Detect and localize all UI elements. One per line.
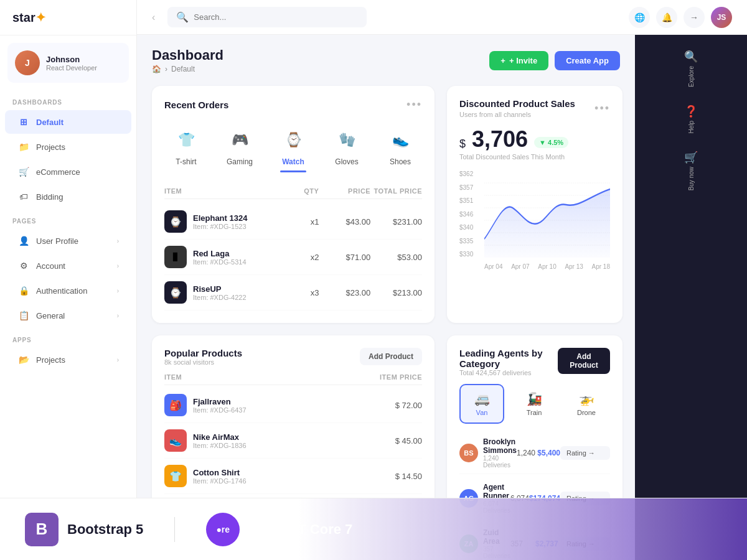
buy-now-panel-item[interactable]: 🛒 Buy now: [635, 142, 747, 199]
tab-shoes[interactable]: 👟 Shoes: [378, 121, 422, 171]
add-product-button[interactable]: Add Product: [360, 348, 422, 365]
sidebar-item-label: User Profile: [36, 236, 111, 246]
tab-tshirt[interactable]: 👕 T-shirt: [164, 121, 208, 171]
invite-label: + Invite: [509, 56, 537, 65]
item-info: ⌚ RiseUP Item: #XDG-4222: [164, 281, 268, 304]
notification-button[interactable]: 🔔: [656, 7, 677, 28]
sidebar-item-label: Default: [36, 118, 119, 127]
van-icon: 🚐: [474, 391, 490, 406]
tab-drone[interactable]: 🚁 Drone: [564, 384, 609, 424]
collapse-button[interactable]: ‹: [152, 12, 155, 23]
tab-train[interactable]: 🚂 Train: [512, 384, 557, 424]
content-inner: Dashboard 🏠 › Default + + Invite Create …: [137, 35, 635, 560]
arrow-button[interactable]: →: [684, 7, 705, 28]
products-table-header: ITEM ITEM PRICE: [164, 370, 422, 385]
sidebar-item-user-profile[interactable]: 👤 User Profile ›: [5, 229, 131, 253]
sidebar-item-default[interactable]: ⊞ Default: [5, 110, 131, 134]
sidebar-item-label: Projects: [36, 355, 111, 365]
tab-watch[interactable]: ⌚ Watch: [271, 121, 315, 171]
sidebar-item-authentication[interactable]: 🔒 Authentication ›: [5, 279, 131, 302]
breadcrumb-current: Default: [171, 65, 195, 73]
ecommerce-icon: 🛒: [17, 166, 30, 178]
product-icon: 👕: [164, 465, 187, 487]
table-row: ⌚ RiseUP Item: #XDG-4222 x3 $23.00 $213.…: [164, 275, 422, 310]
sidebar-item-label: General: [36, 311, 111, 320]
explore-label: Explore: [688, 66, 695, 87]
sales-chart: $362 $357 $351 $346 $340 $335 $330: [459, 170, 610, 270]
products-header: Popular Products 8k social visitors Add …: [164, 348, 422, 366]
add-agent-product-button[interactable]: Add Product: [558, 348, 610, 374]
recent-orders-card: Recent Orders ••• 👕 T-shirt 🎮 Gaming: [152, 86, 435, 323]
general-icon: 📋: [17, 309, 30, 322]
help-panel-item[interactable]: ❓ Help: [635, 96, 747, 142]
rating-button[interactable]: Rating →: [560, 446, 610, 460]
auth-icon: 🔒: [17, 284, 30, 297]
content: Dashboard 🏠 › Default + + Invite Create …: [137, 35, 747, 560]
home-icon: 🏠: [152, 65, 161, 73]
table-row: ⌚ Elephant 1324 Item: #XDG-1523 x1 $43.0…: [164, 204, 422, 240]
list-item: BS Brooklyn Simmons 1,240 Deliveries 1,2…: [459, 432, 610, 474]
discounted-more-button[interactable]: •••: [594, 102, 610, 115]
sidebar-item-label: Authentication: [36, 286, 111, 296]
tshirt-icon: 👕: [172, 126, 200, 154]
sales-number: 3,706: [472, 128, 528, 151]
agents-subtitle: Total 424,567 deliveries: [459, 369, 558, 376]
topbar-avatar[interactable]: JS: [711, 7, 732, 28]
shoes-icon: 👟: [387, 126, 414, 154]
tab-gaming[interactable]: 🎮 Gaming: [218, 121, 261, 171]
breadcrumb: 🏠 › Default: [152, 65, 223, 73]
discounted-sales-subtitle: Users from all channels: [459, 111, 575, 118]
category-tabs: 🚐 Van 🚂 Train 🚁 Drone: [459, 384, 610, 424]
topbar-actions: 🌐 🔔 → JS: [629, 7, 732, 28]
sidebar-item-projects-app[interactable]: 📂 Projects ›: [5, 348, 131, 371]
agents-title: Leading Agents by Category: [459, 348, 558, 369]
plus-icon: +: [500, 56, 505, 65]
sidebar-item-label: Projects: [36, 142, 119, 152]
globe-button[interactable]: 🌐: [629, 7, 650, 28]
search-input[interactable]: [194, 12, 358, 22]
item-product-icon: ⌚: [164, 281, 187, 304]
gloves-icon: 🧤: [333, 126, 360, 154]
tab-van[interactable]: 🚐 Van: [459, 384, 504, 424]
sidebar-item-account[interactable]: ⚙ Account ›: [5, 254, 131, 278]
search-box: 🔍: [167, 7, 367, 27]
user-card[interactable]: J Johnson React Developer: [7, 43, 129, 83]
invite-button[interactable]: + + Invite: [489, 51, 548, 70]
search-icon: 🔍: [176, 11, 189, 23]
create-app-button[interactable]: Create App: [555, 51, 620, 70]
explore-panel-item[interactable]: 🔍 Explore: [635, 41, 747, 96]
page-title: Dashboard: [152, 47, 223, 63]
tab-gloves[interactable]: 🧤 Gloves: [325, 121, 369, 171]
item-details: Fjallraven Item: #XDG-6437: [193, 397, 247, 414]
chart-y-labels: $362 $357 $351 $346 $340 $335 $330: [459, 170, 473, 258]
item-info: 🎒 Fjallraven Item: #XDG-6437: [164, 394, 336, 416]
page-header: Dashboard 🏠 › Default + + Invite Create …: [152, 47, 620, 73]
user-name: Johnson: [46, 55, 97, 64]
table-row: 🎒 Fjallraven Item: #XDG-6437 $ 72.00: [164, 388, 422, 423]
arrow-icon: ›: [117, 312, 119, 319]
order-tabs: 👕 T-shirt 🎮 Gaming ⌚ Watch 🧤: [164, 121, 422, 171]
recent-orders-header: Recent Orders •••: [164, 98, 422, 111]
sidebar-item-bidding[interactable]: 🏷 Bidding: [5, 185, 131, 208]
help-icon: ❓: [684, 105, 698, 118]
more-options-button[interactable]: •••: [406, 98, 422, 111]
sidebar-item-ecommerce[interactable]: 🛒 eCommerce: [5, 160, 131, 184]
item-details: RiseUP Item: #XDG-4222: [193, 284, 247, 301]
default-icon: ⊞: [17, 116, 30, 128]
recent-orders-title: Recent Orders: [164, 100, 228, 110]
aspnet-badge: ●re ASP.NET Core 7: [206, 513, 352, 546]
discounted-sales-card: Discounted Product Sales Users from all …: [447, 86, 622, 323]
bottom-overlay: B Bootstrap 5 ●re ASP.NET Core 7: [0, 498, 747, 560]
item-product-icon: ⌚: [164, 210, 187, 233]
sidebar-item-general[interactable]: 📋 General ›: [5, 304, 131, 327]
sales-dollar-sign: $: [459, 138, 466, 151]
sidebar-item-projects[interactable]: 📁 Projects: [5, 135, 131, 159]
chart-svg-wrapper: [484, 170, 610, 258]
arrow-icon: ›: [117, 357, 119, 363]
user-role: React Developer: [46, 64, 97, 72]
sidebar-item-label: Account: [36, 261, 111, 271]
logo-area: star✦: [0, 0, 136, 35]
bidding-icon: 🏷: [17, 190, 30, 203]
products-subtitle: 8k social visitors: [164, 358, 242, 366]
user-profile-icon: 👤: [17, 235, 30, 247]
